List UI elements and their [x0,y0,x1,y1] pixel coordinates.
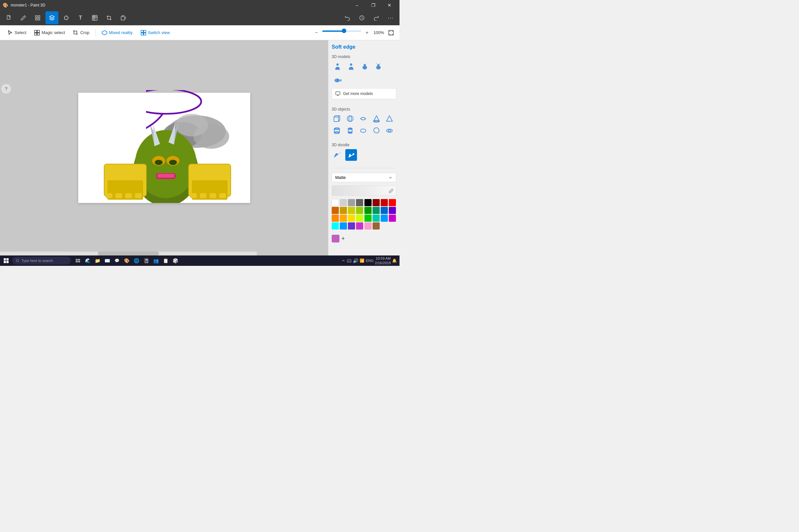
taskbar-up-arrow[interactable] [341,259,346,263]
custom-color-swatch[interactable] [332,235,340,243]
color-skyblue[interactable] [381,215,388,222]
color-lime[interactable] [356,207,363,214]
color-amber[interactable] [340,207,347,214]
taskbar-teams2[interactable]: 📋 [161,256,170,265]
mixed-reality-button[interactable]: Mixed reality [98,28,136,37]
model-person2[interactable] [345,61,357,73]
horizontal-scrollbar[interactable] [0,251,257,255]
taskbar-chrome[interactable]: 🌐 [132,256,141,265]
obj-pyramid[interactable] [384,113,395,124]
model-dog[interactable] [359,61,370,73]
color-white[interactable] [332,199,339,206]
color-yellow[interactable] [348,207,355,214]
obj-torus[interactable] [384,125,395,135]
model-cat[interactable] [373,61,384,73]
color-brightlime[interactable] [356,215,363,222]
taskbar-cube[interactable]: 🎲 [171,256,180,265]
color-green[interactable] [364,207,371,214]
doodle-hard-edge[interactable] [345,149,357,161]
taskbar-search[interactable]: Type here to search [12,257,71,265]
add-color-button[interactable]: + [341,235,345,242]
color-darkred[interactable] [373,199,380,206]
eyedropper-icon[interactable] [389,188,394,193]
crop-button[interactable]: Crop [70,28,92,37]
obj-cube[interactable] [332,113,342,124]
more-button[interactable]: ⋯ [384,11,397,24]
get-more-models-button[interactable]: Get more models [332,88,396,99]
color-brightorange[interactable] [332,215,339,222]
color-medred[interactable] [381,199,388,206]
taskbar-mail[interactable]: ✉️ [103,256,112,265]
close-button[interactable]: ✕ [382,0,397,11]
text-tool[interactable]: T [74,11,87,24]
obj-lens[interactable] [358,113,368,124]
canvas[interactable] [78,93,250,203]
taskbar-task-view[interactable] [73,256,83,265]
obj-blob[interactable] [371,125,382,135]
start-button[interactable] [1,256,11,266]
file-tool[interactable] [3,11,16,24]
color-brown[interactable] [373,222,380,230]
color-darkgray[interactable] [356,199,363,206]
color-turquoise[interactable] [373,215,380,222]
zoom-in-button[interactable]: + [363,29,371,37]
zoom-out-button[interactable]: − [312,29,320,37]
taskbar-explorer[interactable]: 📁 [93,256,102,265]
paste3d-tool[interactable] [117,11,130,24]
color-red[interactable] [389,199,396,206]
taskbar-onenote[interactable]: 📓 [142,256,150,265]
fit-button[interactable] [386,28,396,37]
color-magenta[interactable] [356,222,363,230]
color-brightyellow[interactable] [348,215,355,222]
model-person1[interactable] [332,61,343,73]
3d-shapes-tool[interactable] [46,11,58,24]
history-button[interactable] [356,11,368,24]
taskbar-edge[interactable]: 🌊 [83,256,92,265]
color-orange[interactable] [332,207,339,214]
color-gray[interactable] [348,199,355,206]
switch-view-button[interactable]: Switch view [137,28,173,37]
taskbar-paint3d[interactable]: 🎨 [122,256,131,265]
doodle-soft-edge[interactable] [332,149,343,161]
undo-button[interactable] [341,11,354,24]
taskbar-volume[interactable]: 🔊 [353,258,358,263]
color-preview[interactable] [332,186,396,196]
taskbar-notification[interactable]: 🔔 [392,259,397,263]
color-black[interactable] [364,199,371,206]
obj-cone[interactable] [371,113,382,124]
color-purple[interactable] [389,207,396,214]
color-brightgreen[interactable] [364,215,371,222]
material-dropdown[interactable]: Matte [332,173,396,182]
canvas-tool[interactable] [88,11,101,24]
canvas-area[interactable] [0,40,328,255]
color-lightgray[interactable] [340,199,347,206]
color-pink[interactable] [364,222,371,230]
color-blue[interactable] [381,207,388,214]
obj-sphere[interactable] [345,113,356,124]
obj-cylinder[interactable] [332,125,342,135]
effects-tool[interactable] [60,11,73,24]
taskbar-network[interactable]: 📶 [360,259,364,263]
magic-select-button[interactable]: Magic select [31,28,68,37]
model-fish[interactable] [332,75,343,86]
obj-pill[interactable] [358,125,368,135]
taskbar: Type here to search 🌊 📁 ✉️ 💬 🎨 🌐 📓 👥 📋 🎲… [0,255,399,266]
crop-tool[interactable] [103,11,115,24]
help-button[interactable]: ? [1,84,11,94]
obj-tube[interactable] [345,125,356,135]
pencil-tool[interactable] [17,11,30,24]
color-gold[interactable] [340,215,347,222]
magic-select-tool[interactable] [31,11,44,24]
color-indigo[interactable] [348,222,355,230]
taskbar-teams[interactable]: 👥 [151,256,160,265]
maximize-button[interactable]: ❐ [366,0,381,11]
taskbar-chat[interactable]: 💬 [112,256,121,265]
color-brightpurple[interactable] [389,215,396,222]
color-cyan[interactable] [332,222,339,230]
minimize-button[interactable]: – [349,0,364,11]
zoom-slider[interactable] [322,31,361,35]
select-button[interactable]: Select [4,28,30,37]
color-cornflower[interactable] [340,222,347,230]
color-teal[interactable] [373,207,380,214]
redo-button[interactable] [370,11,383,24]
